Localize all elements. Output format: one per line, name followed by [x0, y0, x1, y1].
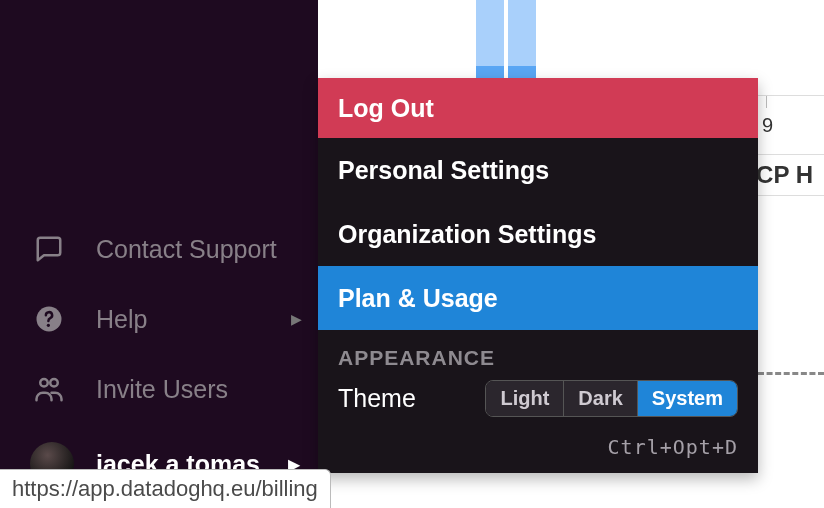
menu-item-label: Plan & Usage	[338, 284, 498, 313]
sidebar-nav-list: Contact Support Help ▶	[0, 214, 318, 424]
theme-option-system[interactable]: System	[638, 381, 737, 416]
keyboard-shortcut-hint: Ctrl+Opt+D	[318, 427, 758, 473]
svg-point-2	[40, 379, 48, 387]
svg-point-1	[47, 324, 50, 327]
theme-label: Theme	[338, 384, 416, 413]
sidebar: Contact Support Help ▶	[0, 0, 318, 508]
sidebar-item-label: Contact Support	[96, 235, 277, 264]
svg-point-3	[50, 379, 58, 387]
theme-row: Theme Light Dark System	[318, 374, 758, 427]
sidebar-item-label: Invite Users	[96, 375, 228, 404]
menu-item-label: Log Out	[338, 94, 434, 123]
chart-tick	[766, 96, 767, 108]
menu-item-personal-settings[interactable]: Personal Settings	[318, 138, 758, 202]
menu-item-label: Personal Settings	[338, 156, 549, 185]
chat-bubble-icon	[34, 234, 74, 264]
sidebar-item-help[interactable]: Help ▶	[0, 284, 318, 354]
theme-option-dark[interactable]: Dark	[564, 381, 637, 416]
users-icon	[34, 374, 74, 404]
status-bar-url: https://app.datadoghq.eu/billing	[0, 469, 331, 508]
chevron-right-icon: ▶	[291, 311, 302, 327]
sidebar-item-contact-support[interactable]: Contact Support	[0, 214, 318, 284]
appearance-section-label: APPEARANCE	[318, 330, 758, 374]
menu-item-label: Organization Settings	[338, 220, 596, 249]
menu-item-organization-settings[interactable]: Organization Settings	[318, 202, 758, 266]
sidebar-item-label: Help	[96, 305, 147, 334]
theme-segmented-control: Light Dark System	[485, 380, 738, 417]
sidebar-item-invite-users[interactable]: Invite Users	[0, 354, 318, 424]
theme-option-light[interactable]: Light	[486, 381, 564, 416]
menu-item-logout[interactable]: Log Out	[318, 78, 758, 138]
question-circle-icon	[34, 304, 74, 334]
account-popover: Log Out Personal Settings Organization S…	[318, 78, 758, 473]
chart-dashed-line	[758, 372, 824, 375]
chart-x-label: 9	[762, 114, 773, 137]
menu-item-plan-usage[interactable]: Plan & Usage	[318, 266, 758, 330]
